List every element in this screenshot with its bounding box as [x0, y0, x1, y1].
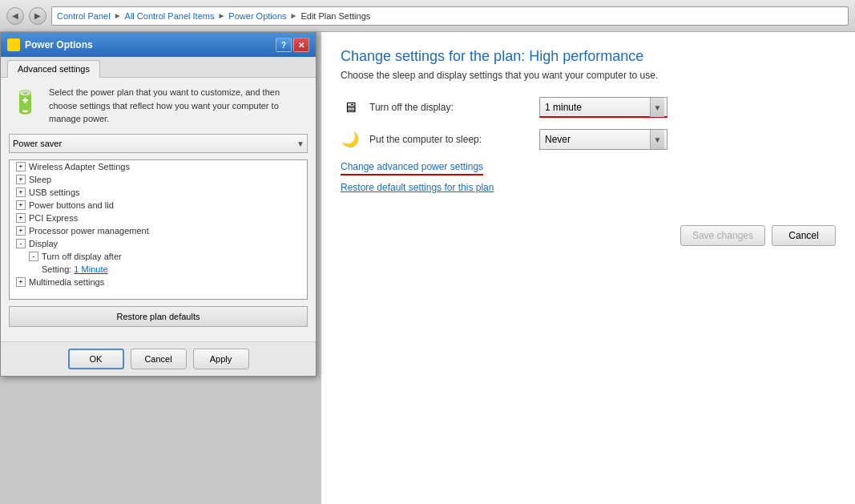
tab-advanced-settings[interactable]: Advanced settings: [7, 60, 100, 78]
tree-label-pci: PCI Express: [29, 213, 78, 223]
plan-dropdown-row: Power saver Balanced High performance ▼: [9, 134, 308, 153]
close-button[interactable]: ✕: [293, 38, 309, 52]
change-advanced-link[interactable]: Change advanced power settings: [341, 161, 483, 175]
plan-title: Change settings for the plan: High perfo…: [341, 48, 836, 65]
power-customize-icon: 🔋: [9, 86, 41, 118]
expand-power-buttons[interactable]: +: [16, 200, 26, 210]
titlebar-controls: ? ✕: [276, 38, 309, 52]
sep3: ►: [290, 11, 298, 20]
sleep-dropdown-wrapper: 1 minute Never ▼: [539, 129, 667, 150]
expand-processor[interactable]: +: [16, 226, 26, 236]
turn-off-label: Turn off the display:: [369, 102, 530, 113]
tab-bar: Advanced settings: [1, 57, 316, 78]
expand-wireless[interactable]: +: [16, 162, 26, 171]
description-text: Select the power plan that you want to c…: [49, 86, 308, 126]
bottom-buttons: Save changes Cancel: [341, 225, 836, 246]
tree-item-turn-off-display[interactable]: - Turn off display after: [10, 250, 307, 263]
browser-bar: ◀ ▶ Control Panel ► All Control Panel It…: [0, 0, 855, 32]
tree-label-power-buttons: Power buttons and lid: [29, 200, 114, 210]
breadcrumb-all-items[interactable]: All Control Panel Items: [125, 11, 215, 21]
tree-item-sleep[interactable]: + Sleep: [10, 173, 307, 186]
settings-tree[interactable]: + Wireless Adapter Settings + Sleep + US…: [9, 159, 308, 300]
tree-item-display[interactable]: - Display: [10, 237, 307, 250]
sleep-dropdown[interactable]: 1 minute Never: [539, 129, 667, 150]
expand-sleep[interactable]: +: [16, 175, 26, 184]
expand-multimedia[interactable]: +: [16, 277, 26, 287]
dialog-window: ⚡ Power Options ? ✕ Advanced settings 🔋 …: [0, 32, 317, 377]
sleep-row: 🌙 Put the computer to sleep: 1 minute Ne…: [341, 129, 836, 150]
tree-label-turn-off-display: Turn off display after: [42, 252, 122, 261]
turn-off-display-dropdown[interactable]: 1 minute 2 minutes 5 minutes Never: [539, 97, 667, 118]
dialog-buttons: OK Cancel Apply: [1, 341, 316, 376]
cancel-button[interactable]: Cancel: [772, 225, 836, 246]
tree-label-wireless: Wireless Adapter Settings: [29, 162, 130, 171]
dialog-titlebar: ⚡ Power Options ? ✕: [1, 33, 316, 57]
plan-dropdown[interactable]: Power saver Balanced High performance: [9, 134, 308, 153]
help-button[interactable]: ?: [276, 38, 292, 52]
dialog-cancel-button[interactable]: Cancel: [131, 349, 187, 369]
plan-dropdown-wrapper: Power saver Balanced High performance ▼: [9, 134, 308, 153]
breadcrumb-power-options[interactable]: Power Options: [228, 11, 286, 21]
back-button[interactable]: ◀: [6, 7, 24, 25]
breadcrumb-current: Edit Plan Settings: [300, 11, 370, 21]
tree-label-multimedia: Multimedia settings: [29, 277, 104, 287]
tree-item-processor[interactable]: + Processor power management: [10, 224, 307, 237]
apply-button[interactable]: Apply: [193, 349, 249, 369]
right-panel: Change settings for the plan: High perfo…: [321, 32, 855, 504]
tree-item-power-buttons[interactable]: + Power buttons and lid: [10, 199, 307, 212]
tree-item-pci[interactable]: + PCI Express: [10, 212, 307, 224]
sleep-label: Put the computer to sleep:: [369, 134, 530, 145]
plan-subtitle: Choose the sleep and display settings th…: [341, 70, 836, 81]
restore-default-link[interactable]: Restore default settings for this plan: [341, 182, 836, 193]
sep2: ►: [217, 11, 225, 20]
power-options-icon: ⚡: [7, 38, 20, 51]
dialog-content: 🔋 Select the power plan that you want to…: [1, 78, 316, 341]
tree-label-sleep: Sleep: [29, 175, 51, 184]
setting-value: 1 Minute: [74, 264, 107, 274]
tree-label-display: Display: [29, 239, 58, 248]
turn-off-display-row: 🖥 Turn off the display: 1 minute 2 minut…: [341, 97, 836, 118]
save-changes-button[interactable]: Save changes: [680, 225, 765, 246]
main-layout: ⚡ Power Options ? ✕ Advanced settings 🔋 …: [0, 32, 855, 504]
breadcrumb: Control Panel ► All Control Panel Items …: [51, 6, 849, 26]
expand-turn-off-display[interactable]: -: [29, 252, 38, 261]
tree-item-setting[interactable]: Setting: 1 Minute: [10, 263, 307, 276]
tree-item-wireless[interactable]: + Wireless Adapter Settings: [10, 160, 307, 173]
sep1: ►: [114, 11, 122, 20]
description-section: 🔋 Select the power plan that you want to…: [9, 86, 308, 126]
breadcrumb-control-panel[interactable]: Control Panel: [57, 11, 111, 21]
monitor-icon: 🖥: [341, 98, 360, 117]
expand-pci[interactable]: +: [16, 213, 26, 223]
restore-plan-defaults-button[interactable]: Restore plan defaults: [9, 306, 308, 327]
tree-item-multimedia[interactable]: + Multimedia settings: [10, 276, 307, 288]
expand-display[interactable]: -: [16, 239, 26, 248]
tree-label-usb: USB settings: [29, 187, 80, 197]
tree-item-usb[interactable]: + USB settings: [10, 186, 307, 199]
dialog-title: Power Options: [25, 39, 93, 50]
ok-button[interactable]: OK: [68, 349, 124, 369]
dialog-overlay: ⚡ Power Options ? ✕ Advanced settings 🔋 …: [0, 32, 321, 504]
tree-label-setting: Setting: 1 Minute: [42, 264, 108, 274]
expand-usb[interactable]: +: [16, 187, 26, 197]
tree-label-processor: Processor power management: [29, 226, 149, 236]
sleep-icon: 🌙: [341, 130, 360, 149]
forward-button[interactable]: ▶: [29, 7, 46, 25]
turn-off-dropdown-wrapper: 1 minute 2 minutes 5 minutes Never ▼: [539, 97, 667, 118]
